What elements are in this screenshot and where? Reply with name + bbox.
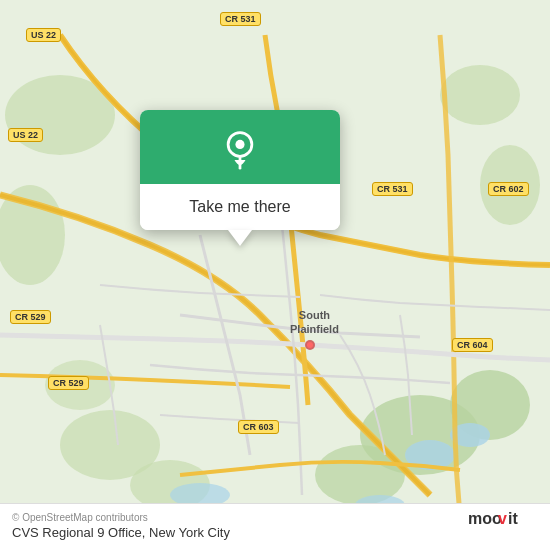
popup-header: [140, 110, 340, 184]
popup-tail: [228, 230, 252, 246]
svg-text:v: v: [498, 510, 507, 527]
label-cr531-top: CR 531: [220, 12, 261, 26]
svg-text:it: it: [508, 510, 518, 527]
label-cr602: CR 602: [488, 182, 529, 196]
label-cr529-left: CR 529: [10, 310, 51, 324]
svg-text:moo: moo: [468, 510, 502, 527]
map-svg: [0, 0, 550, 550]
take-me-there-button[interactable]: Take me there: [140, 184, 340, 230]
label-us22-left: US 22: [8, 128, 43, 142]
svg-point-16: [307, 342, 313, 348]
label-cr531-right: CR 531: [372, 182, 413, 196]
moovit-logo: moo v it: [468, 504, 538, 536]
label-cr529-bottom: CR 529: [48, 376, 89, 390]
svg-point-18: [235, 140, 244, 149]
location-pin-icon: [219, 128, 261, 170]
svg-point-3: [440, 65, 520, 125]
map-container: US 22 CR 531 US 22 CR 531 CR 602 CR 529 …: [0, 0, 550, 550]
popup-card: Take me there: [140, 110, 340, 230]
location-text: CVS Regional 9 Office, New York City: [12, 525, 538, 540]
label-cr603: CR 603: [238, 420, 279, 434]
copyright-text: © OpenStreetMap contributors: [12, 512, 538, 523]
label-us22-top: US 22: [26, 28, 61, 42]
label-cr604: CR 604: [452, 338, 493, 352]
